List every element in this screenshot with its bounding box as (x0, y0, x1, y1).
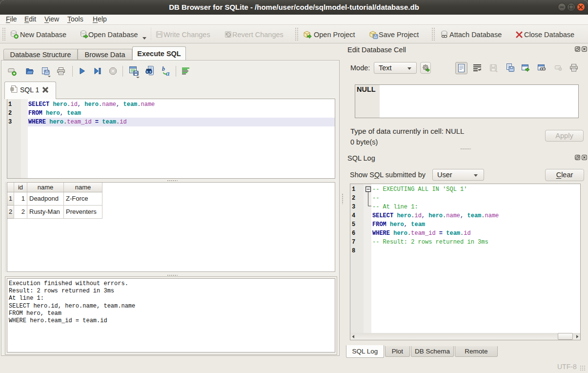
svg-text:a: a (166, 69, 170, 77)
svg-text:b: b (162, 65, 165, 72)
